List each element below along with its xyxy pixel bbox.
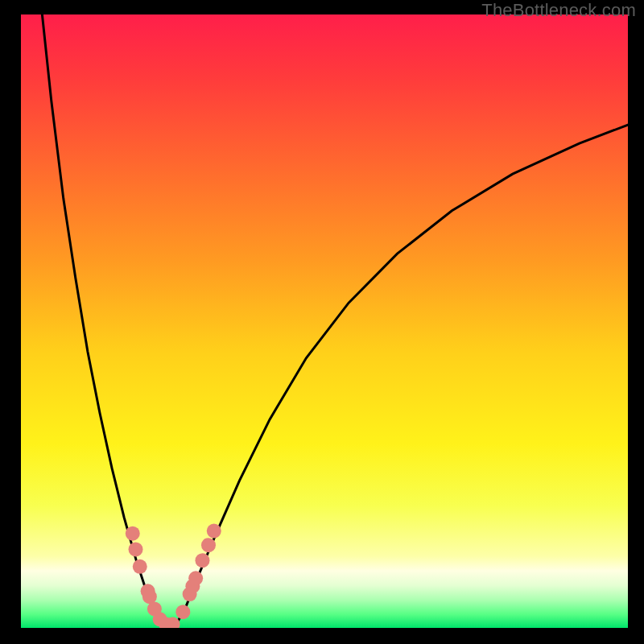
data-marker — [129, 542, 143, 556]
data-marker — [207, 524, 221, 539]
data-marker — [175, 605, 190, 619]
data-marker — [188, 571, 203, 585]
data-marker — [195, 553, 209, 568]
right-curve — [175, 125, 628, 625]
watermark-text: TheBottleneck.com — [481, 0, 636, 21]
data-marker — [126, 526, 140, 541]
chart-container: TheBottleneck.com — [0, 0, 644, 644]
curve-layer — [21, 14, 628, 628]
plot-area — [21, 14, 628, 628]
data-marker — [201, 538, 216, 552]
marker-group — [126, 524, 221, 628]
data-marker — [133, 559, 147, 574]
left-curve — [42, 14, 163, 625]
